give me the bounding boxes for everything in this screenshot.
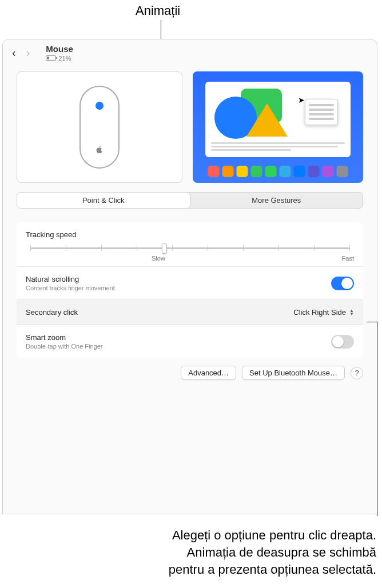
tab-more-gestures[interactable]: More Gestures — [190, 193, 363, 208]
tracking-speed-slider-wrap — [26, 242, 354, 254]
natural-scrolling-sub: Content tracks finger movement — [26, 285, 115, 291]
forward-button[interactable]: › — [26, 47, 30, 58]
title-column: Mouse 21% — [46, 44, 73, 62]
battery-icon — [46, 55, 56, 61]
smart-zoom-row: Smart zoom Double-tap with One Finger — [17, 325, 363, 358]
natural-scrolling-row: Natural scrolling Content tracks finger … — [17, 267, 363, 300]
dock-app-icon — [294, 166, 305, 177]
secondary-click-row: Secondary click Click Right Side ▲▼ — [17, 300, 363, 325]
dock-app-icon — [308, 166, 320, 177]
secondary-click-value: Click Right Side — [293, 308, 346, 317]
mouse-animation-preview — [17, 71, 182, 183]
advanced-button[interactable]: Advanced… — [181, 366, 236, 380]
callout-line-right-h — [367, 322, 377, 322]
dock-app-icon — [280, 166, 291, 177]
desk-text-lines — [211, 141, 345, 153]
dock-preview — [208, 166, 348, 177]
chevron-up-down-icon: ▲▼ — [349, 309, 354, 316]
desk-shapes — [211, 85, 282, 139]
dock-app-icon — [208, 166, 220, 177]
page-title: Mouse — [46, 44, 73, 54]
apple-logo-icon — [96, 146, 104, 154]
natural-scrolling-label: Natural scrolling — [26, 275, 115, 283]
settings-window: ‹ › Mouse 21% — [2, 39, 377, 514]
mouse-shape — [79, 86, 120, 169]
smart-zoom-labels: Smart zoom Double-tap with One Finger — [26, 333, 103, 350]
dock-app-icon — [323, 166, 334, 177]
desktop-animation-preview: ➤ — [193, 71, 363, 183]
dock-app-icon — [251, 166, 262, 177]
smart-zoom-sub: Double-tap with One Finger — [26, 343, 103, 350]
tracking-speed-label: Tracking speed — [26, 230, 354, 239]
yellow-triangle-icon — [246, 103, 288, 137]
battery-percent: 21% — [58, 55, 71, 62]
callout-line3: pentru a prezenta opțiunea selectată. — [169, 561, 376, 578]
smart-zoom-label: Smart zoom — [26, 333, 103, 342]
dock-app-icon — [265, 166, 277, 177]
callout-line2: Animația de deasupra se schimbă — [169, 544, 376, 561]
callout-animations: Animații — [136, 3, 180, 18]
callout-line-right-v — [377, 322, 377, 516]
slider-slow-label: Slow — [152, 255, 165, 262]
tracking-speed-row: Tracking speed Slow Fast — [17, 222, 363, 267]
window-header: ‹ › Mouse 21% — [3, 39, 377, 66]
callout-secondary-click: Alegeți o opțiune pentru clic dreapta. A… — [169, 527, 376, 578]
natural-scrolling-labels: Natural scrolling Content tracks finger … — [26, 275, 115, 291]
context-menu-preview — [305, 99, 338, 125]
preview-row: ➤ — [3, 66, 377, 183]
slider-labels: Slow Fast — [26, 254, 354, 262]
dock-app-icon — [237, 166, 248, 177]
setup-bluetooth-button[interactable]: Set Up Bluetooth Mouse… — [242, 366, 345, 380]
slider-knob[interactable] — [162, 243, 167, 254]
dock-app-icon — [337, 166, 348, 177]
secondary-click-popup[interactable]: Click Right Side ▲▼ — [293, 308, 354, 317]
settings-list: Tracking speed Slow Fast Natural scrolli… — [17, 222, 363, 358]
help-button[interactable]: ? — [351, 367, 363, 379]
callout-line1: Alegeți o opțiune pentru clic dreapta. — [169, 527, 376, 544]
smart-zoom-toggle[interactable] — [331, 335, 354, 349]
battery-status: 21% — [46, 55, 73, 62]
desk-window: ➤ — [205, 82, 351, 157]
tracking-speed-slider[interactable] — [30, 242, 349, 254]
tab-segmented-control: Point & Click More Gestures — [17, 192, 363, 209]
tab-point-and-click[interactable]: Point & Click — [17, 193, 190, 208]
secondary-click-label: Secondary click — [26, 308, 78, 317]
back-button[interactable]: ‹ — [12, 47, 16, 58]
dock-app-icon — [222, 166, 234, 177]
natural-scrolling-toggle[interactable] — [331, 277, 354, 290]
cursor-icon: ➤ — [298, 95, 305, 105]
nav-arrows: ‹ › — [12, 47, 30, 58]
mouse-click-dot — [96, 102, 104, 110]
slider-fast-label: Fast — [342, 255, 354, 262]
bottom-button-row: Advanced… Set Up Bluetooth Mouse… ? — [17, 366, 363, 380]
